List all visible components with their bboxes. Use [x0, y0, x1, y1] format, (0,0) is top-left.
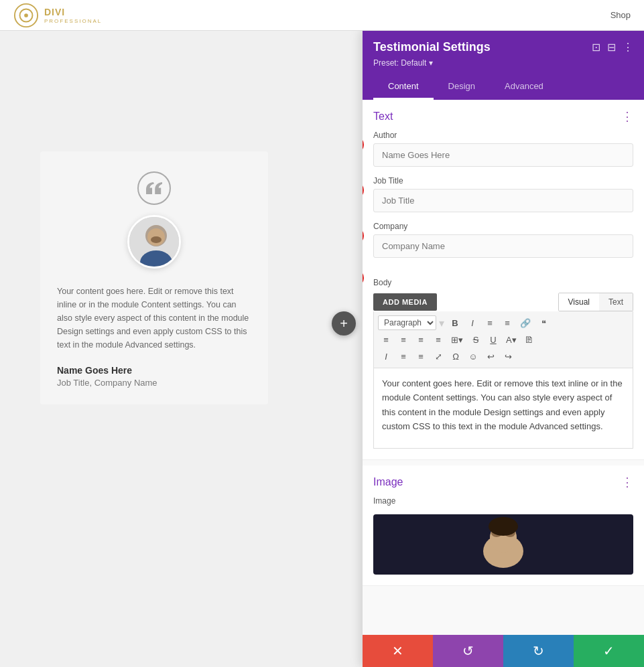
avatar-wrap	[57, 215, 251, 271]
canvas-area: Your content goes here. Edit or remove t…	[0, 31, 644, 667]
job-label: Job Title	[373, 176, 633, 186]
svg-point-13	[489, 517, 518, 536]
bottom-bar: ✕ ↺ ↻ ✓	[363, 635, 644, 667]
author-field-group: 1 Author	[373, 131, 633, 167]
omega-button[interactable]: Ω	[448, 350, 464, 364]
text-section-body: 1 Author 2 Job Title 3 Company	[363, 131, 644, 278]
align-center-button[interactable]: ≡	[395, 333, 411, 347]
panel-header-icons: ⊡ ⊟ ⋮	[592, 41, 633, 54]
avatar-image	[127, 215, 181, 269]
toolbar-row-2: ≡ ≡ ≡ ≡ ⊞▾ S U A▾ 🖹	[378, 331, 629, 348]
toolbar-row-3: I ≡ ≡ ⤢ Ω ☺ ↩ ↪	[378, 348, 629, 365]
testimonial-author: Name Goes Here	[57, 365, 251, 376]
testimonial-card: Your content goes here. Edit or remove t…	[40, 151, 268, 404]
settings-panel: Testimonial Settings ⊡ ⊟ ⋮ Preset: Defau…	[363, 31, 644, 667]
divi-logo-icon	[13, 3, 39, 28]
outdent-button[interactable]: ≡	[413, 350, 429, 364]
svg-point-7	[151, 236, 162, 243]
divi-logo: DIVI PROFESSIONAL	[13, 3, 102, 28]
visual-btn[interactable]: Visual	[559, 293, 599, 311]
underline-button[interactable]: U	[485, 333, 501, 347]
author-input[interactable]	[373, 143, 633, 167]
image-section: Image ⋮ Image 5	[363, 465, 644, 586]
logo-text: DIVI	[44, 7, 65, 17]
strikethrough-button[interactable]: S	[468, 333, 484, 347]
blockquote-button[interactable]: ❝	[535, 316, 552, 330]
italic2-button[interactable]: I	[378, 350, 394, 364]
panel-header: Testimonial Settings ⊡ ⊟ ⋮ Preset: Defau…	[363, 31, 644, 100]
image-preview-svg	[463, 514, 543, 575]
redo-button[interactable]: ↻	[503, 635, 574, 667]
tab-content[interactable]: Content	[373, 74, 434, 100]
text-section-title: Text	[373, 110, 393, 123]
panel-header-top: Testimonial Settings ⊡ ⊟ ⋮	[373, 40, 633, 54]
image-label: Image	[373, 496, 633, 506]
image-section-header: Image ⋮	[363, 465, 644, 496]
company-input[interactable]	[373, 234, 633, 258]
columns-icon[interactable]: ⊟	[607, 41, 616, 54]
text-section-header: Text ⋮	[363, 100, 644, 131]
panel-tabs: Content Design Advanced	[373, 74, 633, 100]
paragraph-select[interactable]: Paragraph	[378, 315, 436, 330]
save-button[interactable]: ✓	[574, 635, 644, 667]
visual-text-toggle: Visual Text	[558, 293, 633, 311]
quote-icon	[137, 171, 171, 205]
undo-button[interactable]: ↺	[433, 635, 503, 667]
editor-area[interactable]: Your content goes here. Edit or remove t…	[373, 368, 633, 449]
logo-subtext: PROFESSIONAL	[44, 18, 102, 24]
nav-shop[interactable]: Shop	[610, 10, 631, 20]
paste-button[interactable]: 🖹	[521, 333, 537, 347]
quote-icon-wrap	[57, 171, 251, 205]
top-bar: DIVI PROFESSIONAL Shop	[0, 0, 644, 31]
indent-button[interactable]: ≡	[395, 350, 411, 364]
align-right-button[interactable]: ≡	[413, 333, 429, 347]
more-options-icon[interactable]: ⋮	[623, 41, 633, 54]
color-button[interactable]: A▾	[503, 333, 520, 347]
undo-editor-button[interactable]: ↩	[482, 350, 499, 364]
link-button[interactable]: 🔗	[517, 316, 534, 330]
nav-links: Shop	[610, 10, 631, 20]
fullscreen-button[interactable]: ⤢	[430, 350, 446, 364]
add-media-button[interactable]: ADD MEDIA	[373, 293, 437, 311]
table-button[interactable]: ⊞▾	[448, 333, 466, 347]
image-section-title: Image	[373, 476, 403, 488]
image-label-wrap: Image	[363, 496, 644, 514]
company-field-group: 3 Company	[373, 222, 633, 258]
body-label: Body	[373, 278, 633, 287]
svg-point-2	[24, 13, 28, 17]
text-btn[interactable]: Text	[599, 293, 633, 311]
badge-3: 3	[363, 227, 364, 244]
bold-button[interactable]: B	[447, 316, 463, 330]
panel-preset[interactable]: Preset: Default ▾	[373, 58, 633, 68]
italic-button[interactable]: I	[464, 316, 480, 330]
text-section: Text ⋮ 1 Author 2 Job Title	[363, 100, 644, 460]
cancel-button[interactable]: ✕	[363, 635, 433, 667]
align-justify-button[interactable]: ≡	[430, 333, 446, 347]
editor-toolbar: Paragraph ▾ B I ≡ ≡ 🔗 ❝ ≡	[373, 311, 633, 368]
toolbar-row-1: Paragraph ▾ B I ≡ ≡ 🔗 ❝	[378, 314, 629, 331]
image-preview: 5	[373, 514, 633, 575]
body-section: 4 Body ADD MEDIA Visual Text Par	[363, 278, 644, 459]
badge-2: 2	[363, 181, 364, 199]
ul-button[interactable]: ≡	[482, 316, 498, 330]
author-label: Author	[373, 131, 633, 140]
panel-content: Text ⋮ 1 Author 2 Job Title	[363, 100, 644, 635]
image-section-menu[interactable]: ⋮	[621, 475, 633, 490]
ol-button[interactable]: ≡	[499, 316, 515, 330]
panel-title: Testimonial Settings	[373, 40, 491, 54]
tab-design[interactable]: Design	[434, 74, 490, 100]
editor-toolbar-top: ADD MEDIA Visual Text	[373, 293, 633, 311]
job-input[interactable]	[373, 189, 633, 212]
emoji-button[interactable]: ☺	[465, 350, 481, 364]
text-section-menu[interactable]: ⋮	[621, 109, 633, 124]
testimonial-job: Job Title, Company Name	[57, 378, 251, 388]
testimonial-body: Your content goes here. Edit or remove t…	[57, 285, 251, 352]
add-module-button[interactable]: +	[332, 311, 356, 336]
company-label: Company	[373, 222, 633, 231]
redo-editor-button[interactable]: ↪	[500, 350, 516, 364]
tab-advanced[interactable]: Advanced	[490, 74, 558, 100]
align-left-button[interactable]: ≡	[378, 333, 394, 347]
badge-1: 1	[363, 136, 364, 153]
screen-icon[interactable]: ⊡	[592, 41, 600, 54]
job-field-group: 2 Job Title	[373, 176, 633, 212]
